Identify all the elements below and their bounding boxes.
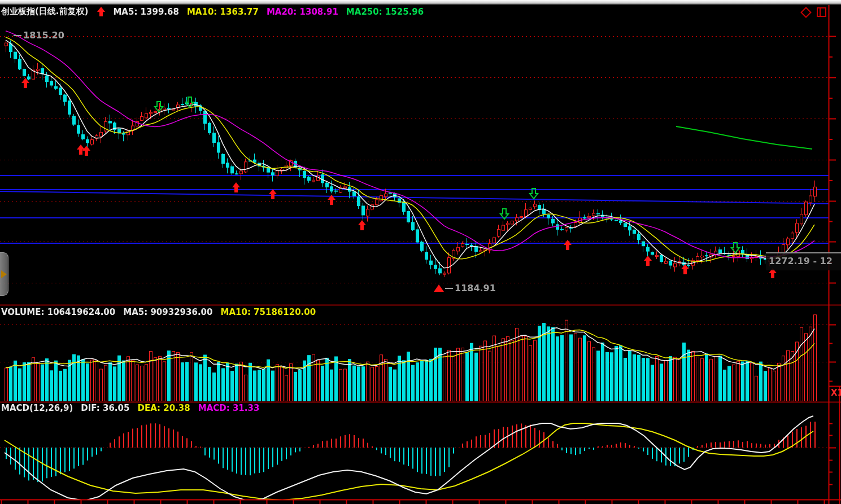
low-price-label: 1184.91 bbox=[434, 283, 496, 293]
dif-value: DIF: 36.05 bbox=[81, 403, 129, 413]
low-label-dash bbox=[445, 288, 453, 289]
ma5-value: MA5: 1399.68 bbox=[113, 7, 179, 17]
trading-app-window: 创业板指(日线.前复权) MA5: 1399.68 MA10: 1363.77 … bbox=[0, 0, 841, 504]
panel-expand-tab[interactable] bbox=[0, 252, 8, 296]
trendline-value-tooltip: 1272.19 - 12 bbox=[766, 252, 841, 270]
low-marker-icon bbox=[434, 284, 444, 292]
high-price-label: 1815.20 bbox=[14, 30, 64, 41]
chart-title: 创业板指(日线.前复权) bbox=[1, 6, 88, 17]
macd-pane-header: MACD(12,26,9) DIF: 36.05 DEA: 20.38 MACD… bbox=[1, 403, 267, 413]
ma250-value: MA250: 1525.96 bbox=[346, 7, 424, 17]
dea-value: DEA: 20.38 bbox=[137, 403, 190, 413]
high-label-dash bbox=[14, 35, 21, 36]
main-chart-header: 创业板指(日线.前复权) MA5: 1399.68 MA10: 1363.77 … bbox=[1, 6, 432, 17]
buy-signal-legend-icon bbox=[97, 7, 105, 16]
volume-ma10-value: MA10: 75186120.00 bbox=[220, 307, 316, 317]
split-window-icon[interactable] bbox=[817, 7, 826, 17]
macd-name: MACD(12,26,9) bbox=[1, 403, 73, 413]
window-top-strip bbox=[0, 0, 841, 5]
volume-value: VOLUME: 106419624.00 bbox=[1, 307, 115, 317]
corner-icons bbox=[802, 7, 826, 17]
chart-canvas[interactable] bbox=[0, 0, 841, 504]
x-scale-badge: X1 bbox=[831, 388, 841, 398]
ma20-value: MA20: 1308.91 bbox=[267, 7, 338, 17]
volume-ma5-value: MA5: 90932936.00 bbox=[123, 307, 212, 317]
diamond-icon[interactable] bbox=[800, 7, 812, 18]
volume-pane-header: VOLUME: 106419624.00 MA5: 90932936.00 MA… bbox=[1, 307, 324, 317]
macd-value: MACD: 31.33 bbox=[198, 403, 260, 413]
ma10-value: MA10: 1363.77 bbox=[187, 7, 259, 17]
panel-expand-icon bbox=[1, 270, 7, 278]
